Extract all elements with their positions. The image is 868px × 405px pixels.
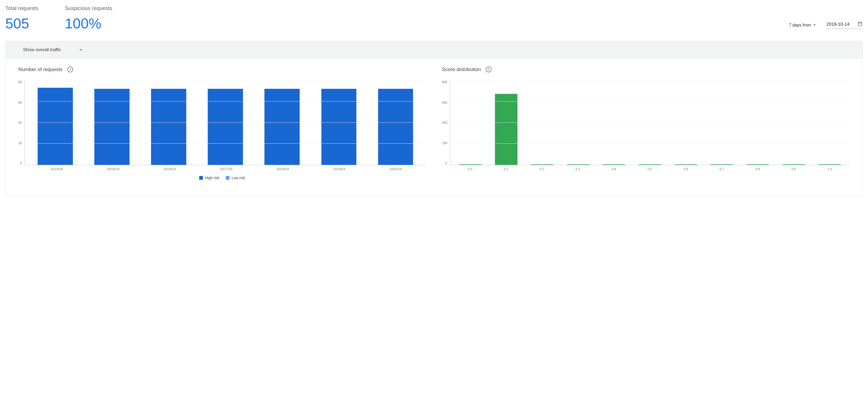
chevron-down-icon: [813, 24, 816, 26]
bar-column: [254, 80, 311, 165]
y-tick: 80: [18, 80, 22, 84]
x-tick: 10/14/19: [28, 167, 85, 171]
x-tick: 0.0: [452, 167, 488, 171]
stat-value-total: 505: [5, 16, 38, 30]
gridline: [450, 122, 850, 123]
x-axis: 0.00.10.20.30.40.50.60.70.80.91.0: [450, 167, 850, 171]
y-axis: 6004503001500: [442, 80, 450, 165]
date-controls: 7 days from 2019-10-14: [789, 21, 863, 30]
bar-column: [488, 80, 524, 165]
bar-column: [27, 80, 84, 165]
legend-swatch: [199, 176, 203, 180]
stat-label-suspicious: Suspicious requests: [65, 5, 112, 11]
chart-title: Number of requests: [18, 66, 63, 72]
bar[interactable]: [711, 164, 733, 165]
bar[interactable]: [321, 89, 356, 165]
x-tick: 10/20/19: [368, 167, 424, 171]
bar-column: [141, 80, 197, 165]
bar-column: [632, 80, 668, 165]
y-tick: 20: [18, 141, 22, 145]
date-range-text: 7 days from: [789, 23, 811, 28]
bar-column: [452, 80, 488, 165]
bar[interactable]: [459, 164, 482, 165]
y-tick: 450: [442, 101, 447, 104]
chart-title-row: Number of requests i: [18, 66, 426, 72]
bar[interactable]: [818, 164, 841, 165]
bar-column: [197, 80, 254, 165]
bar[interactable]: [603, 164, 625, 165]
x-tick: 10/15/19: [85, 167, 141, 171]
gridline: [450, 101, 850, 101]
y-tick: 40: [18, 121, 22, 125]
date-value: 2019-10-14: [827, 22, 849, 27]
bar[interactable]: [675, 164, 697, 165]
stat-total-requests: Total requests 505: [5, 5, 38, 30]
x-tick: 0.1: [488, 167, 524, 171]
bar-column: [668, 80, 704, 165]
y-tick: 60: [18, 101, 22, 104]
bar-column: [812, 80, 847, 165]
y-tick: 0: [20, 161, 22, 165]
bar-column: [367, 80, 424, 165]
stats-group: Total requests 505 Suspicious requests 1…: [5, 5, 112, 30]
bar[interactable]: [151, 89, 186, 165]
stat-label-total: Total requests: [5, 5, 38, 11]
bar[interactable]: [208, 89, 243, 165]
bar[interactable]: [639, 164, 661, 165]
bar[interactable]: [567, 164, 589, 165]
traffic-filter-label: Show overall traffic: [23, 47, 61, 53]
x-tick: 10/19/19: [311, 167, 367, 171]
chart-grid: [450, 80, 850, 165]
legend-item-low-risk: Low risk: [226, 176, 245, 180]
charts-card: Show overall traffic Number of requests …: [5, 41, 863, 196]
chevron-down-icon: [80, 49, 82, 51]
traffic-filter-dropdown[interactable]: Show overall traffic: [23, 47, 82, 53]
bar[interactable]: [495, 94, 517, 165]
bar[interactable]: [783, 164, 805, 165]
x-tick: 0.9: [776, 167, 812, 171]
info-icon[interactable]: i: [486, 66, 492, 72]
x-tick: 0.7: [704, 167, 740, 171]
date-picker[interactable]: 2019-10-14: [827, 21, 863, 29]
bars-container: [25, 80, 426, 165]
header-row: Total requests 505 Suspicious requests 1…: [5, 5, 863, 30]
plot-area-left: 806040200: [18, 80, 426, 165]
x-tick: 10/16/19: [142, 167, 198, 171]
stat-value-suspicious: 100%: [65, 16, 112, 30]
chart-title-row: Score distribution i: [442, 66, 850, 72]
y-tick: 300: [442, 121, 447, 125]
bar-column: [311, 80, 367, 165]
calendar-icon: [858, 21, 863, 28]
y-tick: 150: [442, 141, 447, 145]
x-tick: 0.4: [596, 167, 632, 171]
bar-column: [704, 80, 740, 165]
chart-legend: High risk Low risk: [18, 176, 426, 180]
bar-column: [560, 80, 596, 165]
x-tick: 1.0: [812, 167, 847, 171]
x-tick: 10/18/19: [254, 167, 311, 171]
bar-column: [524, 80, 560, 165]
x-tick: 0.6: [668, 167, 704, 171]
bar-column: [776, 80, 812, 165]
bar[interactable]: [378, 89, 413, 165]
filter-bar: Show overall traffic: [6, 41, 862, 59]
bar[interactable]: [265, 89, 300, 165]
plot-area-right: 6004503001500: [442, 80, 850, 165]
y-axis: 806040200: [18, 80, 24, 165]
legend-label: Low risk: [231, 176, 245, 180]
date-range-dropdown[interactable]: 7 days from: [789, 23, 816, 28]
legend-label: High risk: [205, 176, 219, 180]
x-tick: 0.3: [560, 167, 596, 171]
bar[interactable]: [94, 89, 130, 165]
bar[interactable]: [747, 164, 769, 165]
bars-container: [450, 80, 850, 165]
x-tick: 0.5: [632, 167, 668, 171]
x-axis: 10/14/1910/15/1910/16/1910/17/1910/18/19…: [26, 167, 426, 171]
chart-grid: [24, 80, 426, 165]
bar[interactable]: [531, 164, 553, 165]
info-icon[interactable]: i: [67, 66, 73, 72]
bar-column: [84, 80, 140, 165]
bar[interactable]: [38, 88, 73, 165]
legend-item-high-risk: High risk: [199, 176, 219, 180]
x-tick: 0.8: [740, 167, 776, 171]
